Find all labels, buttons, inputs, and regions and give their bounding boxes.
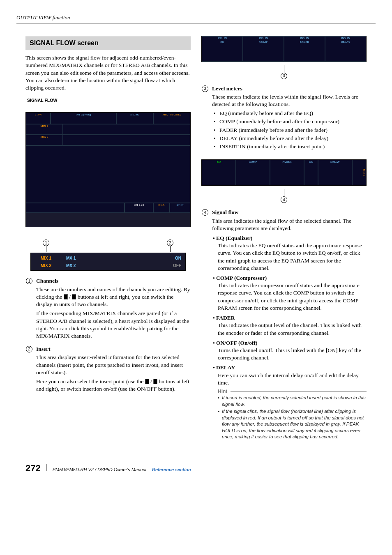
sub-eq-body: This indicates the EQ on/off status and … [218, 242, 367, 272]
sub-comp-head: COMP (Compressor) [216, 275, 267, 281]
signal-flow-caption: SIGNAL FLOW [27, 97, 191, 103]
num-2: 2 [26, 346, 32, 352]
right-arrow-icon [153, 379, 157, 384]
channels-heading: Channels [36, 277, 191, 285]
sub-fader-body: This indicates the output level of the c… [218, 322, 367, 336]
num-4: 4 [202, 209, 208, 216]
sub-eq-head: EQ (Equalizer) [216, 235, 252, 241]
intro-paragraph: This screen shows the signal flow for ad… [25, 54, 191, 92]
signal-flow-row-image: EQ COMP FADER ON DELAY MIX 1 [201, 159, 367, 186]
section-label: Reference section [152, 467, 191, 473]
hint-label: Hint [218, 388, 227, 395]
sub-delay-body: Here you can switch the internal delay o… [218, 372, 367, 387]
callout-4: 4 [281, 196, 287, 203]
page-number: 272 [25, 462, 41, 474]
lm-bullet: DELAY (immediately before and after the … [219, 135, 367, 142]
channels-p2: If the corresponding MIX/MATRIX channels… [36, 310, 191, 340]
screen-title: SIGNAL FLOW screen [25, 36, 191, 51]
sub-comp-body: This indicates the compressor on/off sta… [218, 282, 367, 312]
channels-p1: These are the numbers and names of the c… [36, 286, 191, 309]
signal-flow-screenshot: VIEW 001 Opening 5:07:00 MIX MATRIX MIX … [25, 112, 191, 227]
hint-item: If insert is enabled, the currently sele… [222, 395, 367, 408]
sub-onoff-head: ON/OFF (On/off) [216, 340, 257, 346]
manual-title: PM5D/PM5D-RH V2 / DSP5D Owner's Manual [53, 467, 146, 473]
signal-flow-intro: This area indicates the signal flow of t… [212, 217, 367, 232]
sub-onoff-body: Turns the channel on/off. This is linked… [218, 347, 367, 362]
level-meters-heading: Level meters [212, 85, 367, 92]
lm-bullet: COMP (immediately before and after the c… [219, 118, 367, 125]
lm-bullet: FADER (immediately before and after the … [219, 127, 367, 134]
running-header: OUTPUT VIEW function [16, 14, 376, 23]
callout-3: 3 [281, 73, 287, 79]
num-1: 1 [26, 278, 32, 284]
insert-p1: This area displays insert-related inform… [36, 354, 191, 376]
left-arrow-icon [64, 294, 68, 299]
insert-p2: Here you can also select the insert poin… [36, 378, 191, 393]
level-meters-intro: These meters indicate the levels within … [212, 93, 367, 108]
right-arrow-icon [72, 294, 76, 299]
channel-strip-image: MIX 1 MX 1 MIX 2 MX 2 ON OFF [30, 253, 186, 271]
sub-delay-head: DELAY [216, 364, 235, 371]
left-arrow-icon [145, 379, 149, 384]
lm-bullet: INSERT IN (immediately after the insert … [219, 143, 367, 150]
hint-item: If the signal clips, the signal flow (ho… [222, 408, 367, 440]
callout-2: 2 [167, 240, 173, 246]
callout-1: 1 [43, 240, 49, 246]
signal-flow-heading: Signal flow [212, 209, 367, 216]
level-meters-image: INS. INEQ INS. INCOMP INS. INFADER INS. … [201, 36, 367, 62]
lm-bullet: EQ (immediately before and after the EQ) [219, 110, 367, 117]
insert-heading: Insert [36, 345, 191, 353]
page-footer: 272 PM5D/PM5D-RH V2 / DSP5D Owner's Manu… [25, 462, 367, 474]
num-3: 3 [202, 85, 208, 92]
sub-fader-head: FADER [216, 315, 235, 321]
